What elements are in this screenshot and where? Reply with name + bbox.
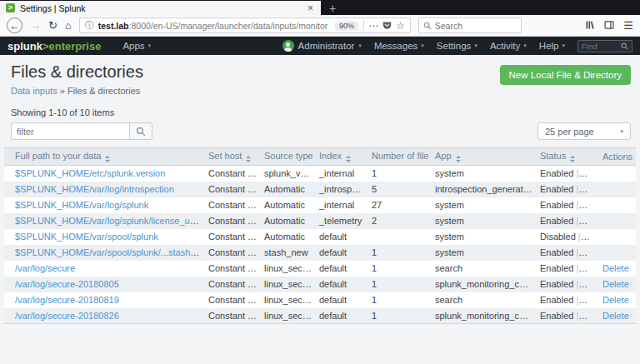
column-header[interactable]: Set host (202, 148, 258, 166)
cell-number-of-files: 27 (365, 197, 428, 213)
cell-path: $SPLUNK_HOME/var/spool/splunk (4, 229, 202, 245)
input-path-link[interactable]: $SPLUNK_HOME/var/log/introspection (15, 184, 174, 194)
cell-path: $SPLUNK_HOME/var/log/introspection (4, 182, 202, 197)
cell-actions (596, 245, 636, 261)
cell-index: _internal (312, 166, 365, 182)
user-menu[interactable]: Administrator ▾ (282, 40, 362, 52)
find-input[interactable] (582, 42, 618, 51)
cell-number-of-files: 2 (365, 213, 428, 229)
bookmark-star-icon[interactable]: ☆ (396, 21, 405, 31)
cell-index: _internal (312, 197, 365, 213)
cell-app: system (428, 229, 533, 245)
sort-icon (246, 156, 251, 162)
cell-set-host: Constant Value (202, 197, 258, 213)
apps-menu[interactable]: Apps ▾ (122, 41, 151, 51)
status-text: Enabled (540, 311, 573, 321)
status-text: Enabled (540, 168, 573, 178)
input-path-link[interactable]: $SPLUNK_HOME/etc/splunk.version (15, 168, 165, 178)
splunk-top-bar: splunk>enterprise Apps ▾ Administrator ▾… (0, 37, 640, 55)
settings-menu[interactable]: Settings ▾ (437, 41, 478, 51)
chevron-down-icon: ▾ (358, 42, 362, 49)
cell-app: system (428, 197, 533, 213)
browser-search-input[interactable] (435, 21, 502, 31)
activity-menu[interactable]: Activity ▾ (490, 41, 527, 51)
cell-actions (596, 213, 636, 229)
cell-source-type: Automatic (258, 229, 312, 245)
tab-close-icon[interactable]: × (306, 3, 315, 13)
cell-index: _introspection (312, 182, 365, 197)
pocket-icon[interactable] (382, 18, 392, 33)
cell-source-type: stash_new (258, 245, 312, 261)
library-icon[interactable] (585, 18, 595, 33)
cell-status: Enabled|Disable (533, 213, 596, 229)
sort-icon (570, 156, 575, 162)
divider: | (573, 247, 581, 257)
divider: | (573, 200, 581, 210)
filter-input[interactable] (11, 122, 129, 140)
input-path-link[interactable]: $SPLUNK_HOME/var/spool/splunk (15, 232, 158, 242)
messages-menu[interactable]: Messages ▾ (374, 41, 424, 51)
input-path-link[interactable]: /var/log/secure (15, 263, 75, 273)
breadcrumb-current: Files & directories (68, 86, 140, 96)
table-row: $SPLUNK_HOME/var/log/splunkConstant Valu… (4, 197, 636, 213)
delete-link[interactable]: Delete (602, 295, 629, 305)
divider: | (573, 311, 581, 321)
cell-source-type: Automatic (258, 182, 312, 197)
splunk-logo: splunk>enterprise (8, 40, 101, 52)
help-menu[interactable]: Help ▾ (539, 41, 565, 51)
reload-icon[interactable]: ↻ (48, 20, 58, 31)
column-header[interactable]: Index (312, 148, 365, 166)
cell-number-of-files: 1 (365, 292, 428, 308)
home-icon[interactable]: ⌂ (65, 20, 72, 31)
sidebar-icon[interactable] (604, 18, 614, 33)
chevron-down-icon: ▾ (562, 42, 565, 49)
per-page-dropdown[interactable]: 25 per page ▾ (538, 122, 631, 140)
filter-search-button[interactable] (129, 122, 152, 140)
menu-hamburger-icon[interactable]: ☰ (623, 20, 633, 31)
cell-source-type: linux_secure (258, 261, 312, 277)
delete-link[interactable]: Delete (602, 263, 629, 273)
browser-search-bar[interactable] (418, 17, 522, 33)
cell-app: system (428, 213, 533, 229)
cell-set-host: Constant Value (202, 213, 258, 229)
page-actions-icon[interactable]: ⋯ (368, 21, 378, 31)
cell-index: default (312, 229, 365, 245)
site-info-icon[interactable]: ⓘ (85, 19, 94, 32)
column-header[interactable]: Full path to your data (4, 148, 202, 166)
showing-count: Showing 1-10 of 10 items (11, 107, 631, 117)
input-path-link[interactable]: /var/log/secure-20180819 (15, 295, 119, 305)
input-path-link[interactable]: $SPLUNK_HOME/var/spool/splunk/...stash_n… (15, 247, 202, 257)
chevron-down-icon: ▾ (421, 42, 424, 49)
column-header[interactable]: App (428, 148, 533, 166)
zoom-level-badge[interactable]: 90% (334, 21, 359, 31)
delete-link[interactable]: Delete (602, 311, 629, 321)
input-path-link[interactable]: /var/log/secure-20180805 (15, 279, 119, 289)
column-header[interactable]: Source type (258, 148, 312, 166)
status-text: Enabled (540, 200, 573, 210)
table-row: $SPLUNK_HOME/var/spool/splunk/...stash_n… (4, 245, 636, 261)
browser-tab[interactable]: > Settings | Splunk × (0, 1, 321, 15)
column-header[interactable]: Status (533, 148, 596, 166)
tab-title: Settings | Splunk (20, 3, 301, 13)
delete-link[interactable]: Delete (602, 279, 629, 289)
cell-number-of-files: 1 (365, 245, 428, 261)
inputs-table-body: $SPLUNK_HOME/etc/splunk.versionConstant … (4, 166, 636, 324)
find-box[interactable] (578, 40, 632, 52)
cell-status: Enabled|Disable (533, 292, 596, 308)
new-local-file-directory-button[interactable]: New Local File & Directory (500, 65, 631, 85)
url-bar[interactable]: ⓘ test.lab:8000/en-US/manager/launcher/d… (79, 17, 411, 33)
breadcrumb-data-inputs-link[interactable]: Data inputs (11, 86, 58, 96)
divider: | (573, 168, 581, 178)
input-path-link[interactable]: /var/log/secure-20180826 (15, 311, 119, 321)
input-path-link[interactable]: $SPLUNK_HOME/var/log/splunk (15, 200, 148, 210)
cell-actions: Delete (596, 261, 636, 277)
back-icon[interactable]: ← (7, 17, 22, 33)
cell-path: /var/log/secure-20180819 (4, 292, 202, 308)
column-header[interactable]: Number of files (365, 148, 428, 166)
input-path-link[interactable]: $SPLUNK_HOME/var/log/splunk/license_usag… (15, 216, 202, 226)
new-tab-button[interactable]: + (329, 2, 336, 15)
cell-status: Enabled|Disable (533, 245, 596, 261)
cell-source-type: Automatic (258, 213, 312, 229)
forward-icon[interactable]: → (30, 20, 41, 31)
cell-status: Enabled|Disable (533, 197, 596, 213)
